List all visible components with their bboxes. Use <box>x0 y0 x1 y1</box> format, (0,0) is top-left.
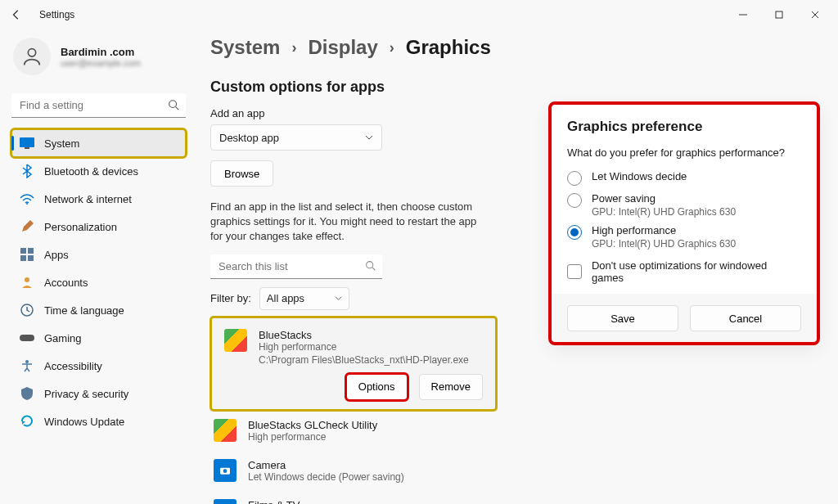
svg-rect-6 <box>25 147 29 149</box>
svg-rect-5 <box>20 137 34 147</box>
bluetooth-icon <box>20 164 34 178</box>
helper-text: Find an app in the list and select it, t… <box>210 200 489 245</box>
camera-icon <box>214 459 237 482</box>
browse-button[interactable]: Browse <box>210 160 273 187</box>
sidebar-item-accounts[interactable]: Accounts <box>11 268 186 296</box>
svg-point-15 <box>25 360 29 363</box>
options-button[interactable]: Options <box>346 374 408 400</box>
svg-rect-11 <box>28 255 34 261</box>
chevron-down-icon <box>335 295 342 302</box>
app-name: Camera <box>248 459 404 471</box>
privacy-icon <box>20 386 34 401</box>
update-icon <box>20 414 34 429</box>
profile-name: Bardimin .com <box>61 46 141 58</box>
app-type-value: Desktop app <box>219 132 279 144</box>
radio-option-1[interactable]: Power savingGPU: Intel(R) UHD Graphics 6… <box>567 192 801 218</box>
graphics-preference-popup: Graphics preference What do you prefer f… <box>550 103 818 344</box>
filter-label: Filter by: <box>210 292 251 304</box>
sidebar-item-accessibility[interactable]: Accessibility <box>11 352 186 380</box>
sidebar-item-apps[interactable]: Apps <box>11 241 186 268</box>
films-icon <box>214 499 237 504</box>
remove-button[interactable]: Remove <box>419 374 483 400</box>
app-item-camera[interactable]: Camera Let Windows decide (Power saving) <box>210 451 497 491</box>
popup-title: Graphics preference <box>567 119 801 135</box>
radio-option-2[interactable]: High performanceGPU: Intel(R) UHD Graphi… <box>567 224 801 250</box>
radio-icon <box>567 225 582 240</box>
svg-point-12 <box>25 277 29 282</box>
app-name: BlueStacks <box>259 329 483 341</box>
app-type-select[interactable]: Desktop app <box>210 124 382 151</box>
svg-rect-9 <box>28 248 34 254</box>
window-title: Settings <box>39 9 74 20</box>
svg-point-2 <box>28 49 35 56</box>
app-item-glcheck[interactable]: BlueStacks GLCheck Utility High performa… <box>210 411 497 451</box>
radio-gpu-info: GPU: Intel(R) UHD Graphics 630 <box>592 206 736 218</box>
chevron-right-icon: › <box>291 39 296 56</box>
svg-rect-1 <box>776 11 782 18</box>
sidebar-item-bluetooth[interactable]: Bluetooth & devices <box>11 157 186 185</box>
search-icon <box>365 260 376 271</box>
network-icon <box>20 191 34 206</box>
app-card-bluestacks[interactable]: BlueStacks High performance C:\Program F… <box>210 317 497 411</box>
app-name: BlueStacks GLCheck Utility <box>248 419 377 431</box>
bluestacks-icon <box>214 419 237 442</box>
radio-gpu-info: GPU: Intel(R) UHD Graphics 630 <box>592 238 736 250</box>
radio-label: Let Windows decide <box>592 170 687 182</box>
profile-block[interactable]: Bardimin .com user@example.com <box>11 34 186 79</box>
system-icon <box>20 136 34 151</box>
checkbox-label: Don't use optimizations for windowed gam… <box>592 259 801 284</box>
chevron-right-icon: › <box>390 39 394 56</box>
radio-option-0[interactable]: Let Windows decide <box>567 170 801 186</box>
svg-rect-14 <box>20 335 34 341</box>
svg-rect-10 <box>20 255 26 261</box>
chevron-down-icon <box>365 133 373 142</box>
breadcrumb-system[interactable]: System <box>210 36 280 59</box>
gaming-icon <box>20 331 34 345</box>
app-name: Films & TV <box>248 499 404 504</box>
app-path: C:\Program Files\BlueStacks_nxt\HD-Playe… <box>259 354 483 366</box>
sidebar-item-personalization[interactable]: Personalization <box>11 213 186 241</box>
sidebar-item-label: System <box>44 137 79 150</box>
back-button[interactable] <box>5 3 28 26</box>
sidebar-item-privacy[interactable]: Privacy & security <box>11 380 186 407</box>
settings-search-input[interactable] <box>11 93 186 118</box>
svg-rect-8 <box>20 248 26 254</box>
save-button[interactable]: Save <box>567 305 678 331</box>
maximize-button[interactable] <box>761 2 797 27</box>
profile-email: user@example.com <box>61 58 141 68</box>
accounts-icon <box>20 275 34 290</box>
sidebar-item-system[interactable]: System <box>11 129 186 157</box>
app-list-search-input[interactable] <box>210 254 382 279</box>
popup-question: What do you prefer for graphics performa… <box>567 146 801 159</box>
personalization-icon <box>20 219 34 234</box>
sidebar-item-label: Privacy & security <box>44 388 128 400</box>
search-icon <box>168 99 179 110</box>
section-title: Custom options for apps <box>210 79 822 96</box>
sidebar-item-label: Personalization <box>44 221 117 233</box>
sidebar-item-network[interactable]: Network & internet <box>11 185 186 213</box>
windowed-games-checkbox[interactable]: Don't use optimizations for windowed gam… <box>567 259 801 284</box>
filter-select[interactable]: All apps <box>259 287 349 310</box>
sidebar-item-time[interactable]: Time & language <box>11 296 186 324</box>
breadcrumb: System › Display › Graphics <box>210 36 822 59</box>
sidebar-item-label: Apps <box>44 249 69 261</box>
accessibility-icon <box>20 358 34 373</box>
breadcrumb-display[interactable]: Display <box>308 36 377 59</box>
minimize-button[interactable] <box>725 2 761 27</box>
sidebar-item-label: Accounts <box>44 277 88 289</box>
arrow-left-icon <box>11 9 22 20</box>
svg-point-19 <box>223 469 228 473</box>
time-icon <box>20 303 34 317</box>
radio-label: Power saving <box>592 192 736 205</box>
app-item-films[interactable]: Films & TV Let Windows decide (Power sav… <box>210 491 497 504</box>
app-preference: High performance <box>248 431 377 443</box>
radio-icon <box>567 171 582 186</box>
cancel-button[interactable]: Cancel <box>690 305 801 331</box>
close-button[interactable] <box>797 2 833 27</box>
sidebar-item-label: Gaming <box>44 332 82 344</box>
radio-icon <box>567 193 582 208</box>
sidebar-item-update[interactable]: Windows Update <box>11 407 186 435</box>
svg-point-3 <box>169 101 177 108</box>
sidebar-item-gaming[interactable]: Gaming <box>11 324 186 352</box>
filter-value: All apps <box>267 292 304 304</box>
